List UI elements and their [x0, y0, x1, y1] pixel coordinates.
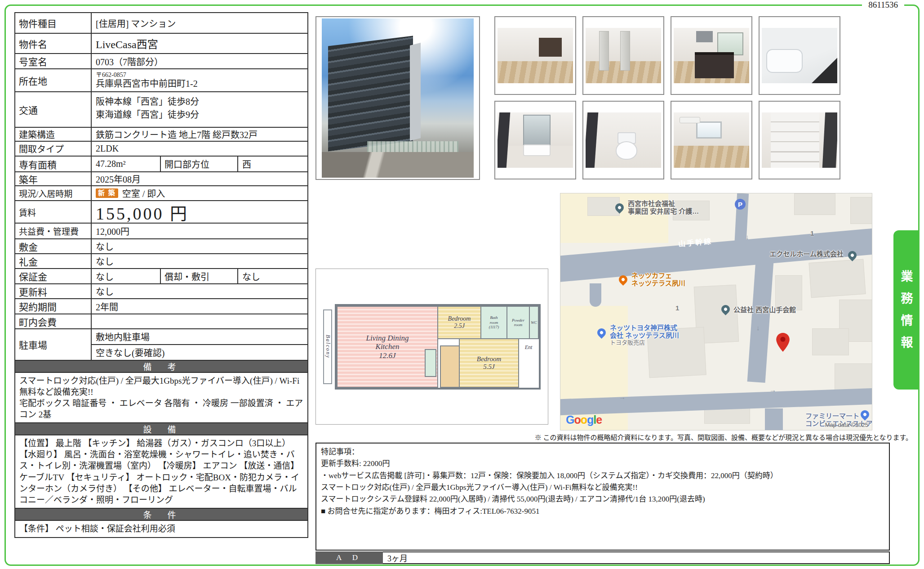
rent-amount: 155,000 円 — [92, 201, 307, 223]
row-value: 2025年08月 — [92, 172, 307, 185]
parking-line-2: 空きなし(要確認) — [92, 345, 307, 360]
row-value: なし — [92, 239, 307, 253]
status-value: 空室 / 即入 — [122, 187, 165, 200]
row-built-year: 築年 2025年08月 — [15, 172, 307, 186]
balcony-label: Balcony — [324, 335, 331, 358]
map-building — [775, 275, 802, 310]
remarks-text: スマートロック対応(住戸) / 全戸最大1Gbps光ファイバー導入(住戸) / … — [15, 373, 307, 423]
map-route-number: 1 — [675, 304, 679, 312]
row-contract-period: 契約期間 2年間 — [15, 299, 307, 314]
map-road — [765, 408, 783, 430]
row-label: 建築構造 — [15, 128, 92, 141]
row-label: 物件種目 — [15, 13, 92, 33]
map-label-koekisha: 公益社 西宮山手会館 — [733, 306, 796, 314]
map-building — [808, 259, 866, 298]
row-label: 礼金 — [15, 254, 92, 268]
map-building — [850, 197, 872, 224]
row-value — [92, 314, 307, 328]
row-renewal-fee: 更新料 なし — [15, 284, 307, 299]
map-label-excel-home: エクセルホーム株式会社 — [754, 250, 844, 258]
row-parking: 駐車場 敷地内駐車場 空きなし(要確認) — [15, 329, 307, 361]
floorplan-powder-room: Powder room — [506, 306, 530, 339]
row-property-name: 物件名 LiveCasa西宮 — [15, 34, 307, 54]
row-label: 間取タイプ — [15, 142, 92, 156]
row-property-type: 物件種目 [住居用] マンション — [15, 13, 307, 34]
row-common-fee: 共益費・管理費 12,000円 — [15, 224, 307, 239]
postal-code: 〒662-0857 — [96, 72, 126, 78]
row-value: 2年間 — [92, 299, 307, 314]
transport-line-2: 東海道線「西宮」徒歩9分 — [96, 108, 199, 121]
floorplan-unit-outline: Living Dining Kitchen 12.6J Bedroom 2.5J… — [335, 304, 541, 390]
floorplan: Balcony Living Dining Kitchen 12.6J Bedr… — [323, 304, 541, 390]
row-label: 駐車場 — [15, 329, 92, 360]
map-attribution: Map data ©2025 — [825, 421, 868, 428]
row-label: 交通 — [15, 92, 92, 127]
ad-row: A D 3ヶ月 — [315, 551, 890, 564]
floorplan-box: Balcony Living Dining Kitchen 12.6J Bedr… — [315, 269, 548, 425]
row-label: 所在地 — [15, 69, 92, 91]
row-value: なし — [92, 284, 307, 298]
map-road — [747, 260, 774, 383]
ad-label: A D — [315, 551, 383, 564]
business-info-tab-label: 業務情報 — [897, 262, 915, 358]
thumb-photo-toilet — [582, 101, 664, 179]
main-photo-building-exterior — [315, 16, 480, 180]
row-guarantee-money: 保証金 なし 償却・敷引 なし — [15, 269, 307, 284]
thumb-photo-living-room — [494, 16, 576, 95]
row-value: なし — [92, 254, 307, 268]
floorplan-bedroom-2-5: Bedroom 2.5J — [437, 306, 481, 339]
row-label-2: 償却・敷引 — [160, 269, 238, 283]
thumb-photo-bathroom — [759, 16, 840, 95]
map-building — [794, 193, 835, 215]
conditions-header: 条 件 — [15, 509, 307, 521]
ref-number: 8611536 — [862, 0, 904, 10]
row-label: 築年 — [15, 172, 92, 185]
remarks-header: 備 考 — [15, 361, 307, 373]
row-value: [住居用] マンション — [92, 13, 307, 33]
row-value: LiveCasa西宮 — [92, 34, 307, 53]
map-label-toyota-sub: トヨタ販売店 — [610, 340, 679, 346]
row-layout-type: 間取タイプ 2LDK — [15, 142, 307, 157]
google-logo: Google — [566, 413, 602, 426]
conditions-text: 【条件】 ペット相談・保証会社利用必須 — [15, 521, 307, 537]
special-notes-line: スマートロックシステム登録料 22,000円(入居時) / 清掃代 55,000… — [321, 493, 884, 505]
new-build-badge: 新 築 — [96, 188, 118, 198]
opening-direction: 西 — [238, 157, 307, 171]
ad-value: 3ヶ月 — [383, 551, 890, 564]
floorplan-closet — [440, 345, 460, 388]
row-label: 契約期間 — [15, 299, 92, 314]
row-label: 現況/入居時期 — [15, 186, 92, 200]
location-map: 山手幹線 1 1 ↓ ↓ → → 西宮市社会福祉 事業団 安井居宅 介護… P … — [560, 193, 872, 430]
row-label: 更新料 — [15, 284, 92, 298]
row-address: 所在地 〒662-0857 兵庫県西宮市中前田町1-2 — [15, 69, 307, 92]
map-building — [812, 328, 849, 355]
parking-line-1: 敷地内駐車場 — [92, 329, 307, 345]
row-label: 町内会費 — [15, 314, 92, 328]
row-deposit: 敷金 なし — [15, 239, 307, 254]
amortization-value: なし — [238, 269, 307, 283]
row-label: 保証金 — [15, 269, 92, 283]
transport-line-1: 阪神本線「西宮」徒歩8分 — [96, 94, 199, 108]
facilities-header: 設 備 — [15, 423, 307, 435]
floorplan-bedroom-5-5: Bedroom 5.5J — [459, 338, 519, 388]
row-neighborhood-fee: 町内会費 — [15, 314, 307, 329]
facilities-text: 【位置】 最上階 【キッチン】 給湯器（ガス）・ガスコンロ（3口以上） 【水廻り… — [15, 435, 307, 508]
disclaimer-note: ※ この資料は物件の概略紹介資料になります。写真、間取図面、設備、概要などが現況… — [494, 432, 912, 442]
row-area-direction: 専有面積 47.28m² 開口部方位 西 — [15, 157, 307, 172]
remarks-paragraph-2: 宅配ボックス 暗証番号 ・ エレベータ 各階有 ・ 冷暖房 一部設置済 ・ エア… — [19, 398, 303, 420]
floorplan-kitchen-counter — [425, 349, 436, 377]
special-notes-line: スマートロック対応(住戸) / 全戸最大1Gbps光ファイバー導入(住戸) / … — [321, 482, 884, 493]
map-oneway-arrow: → — [619, 393, 626, 401]
address: 兵庫県西宮市中前田町1-2 — [96, 79, 198, 89]
thumb-photo-bedroom-window — [671, 101, 752, 179]
map-road-stub — [590, 283, 601, 307]
row-label: 号室名 — [15, 54, 92, 68]
row-value: 鉄筋コンクリート造 地上7階 総戸数32戸 — [92, 128, 307, 141]
guarantee-value: なし — [92, 269, 160, 283]
floorplan-bathroom: Bath room (1117) — [480, 306, 507, 339]
row-label: 敷金 — [15, 239, 92, 253]
map-oneway-arrow: ↓ — [756, 324, 760, 332]
row-value: 12,000円 — [92, 224, 307, 238]
row-label: 物件名 — [15, 34, 92, 53]
map-route-number: 1 — [810, 229, 814, 237]
